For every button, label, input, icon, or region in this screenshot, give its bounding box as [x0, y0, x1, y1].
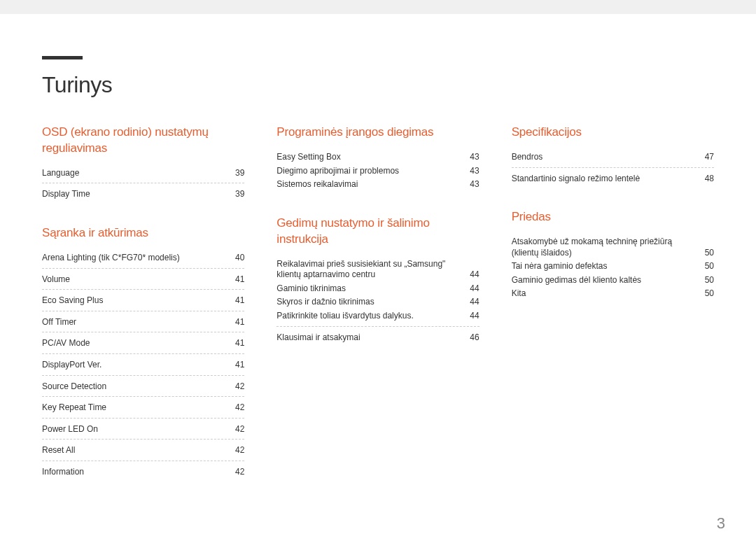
- toc-entry-page: 40: [223, 253, 244, 264]
- toc-entry-page: 43: [458, 179, 479, 190]
- toc-section: Sąranka ir atkūrimasArena Lighting (tik …: [42, 225, 244, 480]
- toc-entry-label: Power LED On: [42, 424, 223, 435]
- toc-section: Programinės įrangos diegimasEasy Setting…: [276, 125, 479, 193]
- toc-entry[interactable]: Information42: [42, 465, 244, 481]
- toc-entry-label: Klausimai ir atsakymai: [276, 332, 458, 344]
- toc-entry[interactable]: Skyros ir dažnio tikrinimas44: [276, 297, 479, 311]
- toc-entry-label: Volume: [42, 274, 223, 286]
- toc-entry-page: 50: [693, 261, 714, 272]
- toc-entry-page: 42: [223, 424, 244, 435]
- toc-section: Gedimų nustatymo ir šalinimo instrukcija…: [276, 216, 479, 346]
- title-accent-bar: [42, 56, 83, 59]
- toc-section-title[interactable]: Priedas: [512, 209, 714, 225]
- toc-entry-page: 43: [458, 166, 479, 177]
- toc-entry-label: Bendros: [512, 152, 693, 163]
- toc-section: PriedasAtsakomybė už mokamą techninę pri…: [512, 209, 714, 302]
- toc-entry-label: Tai nėra gaminio defektas: [512, 261, 693, 272]
- toc-entry-page: 42: [223, 467, 244, 478]
- toc-entry-label: Key Repeat Time: [42, 402, 223, 414]
- toc-entry-page: 41: [223, 274, 244, 286]
- toc-entry[interactable]: Key Repeat Time42: [42, 401, 244, 419]
- toc-entry-page: 43: [458, 152, 479, 163]
- toc-entry-label: Easy Setting Box: [276, 152, 458, 163]
- toc-entry-label: Language: [42, 168, 223, 179]
- toc-entry-label: Atsakomybė už mokamą techninę priežiūrą …: [512, 237, 693, 258]
- toc-section-title[interactable]: Sąranka ir atkūrimas: [42, 225, 244, 241]
- toc-entry-page: 39: [223, 189, 244, 200]
- toc-entry-label: Reikalavimai prieš susisiekiant su „Sams…: [276, 259, 458, 281]
- toc-entry[interactable]: Reikalavimai prieš susisiekiant su „Sams…: [276, 258, 479, 283]
- toc-entry[interactable]: Eco Saving Plus41: [42, 294, 244, 311]
- toc-entry[interactable]: Display Time39: [42, 188, 244, 203]
- toc-entry[interactable]: Off Timer41: [42, 316, 244, 333]
- toc-entry[interactable]: Atsakomybė už mokamą techninę priežiūrą …: [512, 235, 714, 261]
- page-number: 3: [717, 514, 725, 533]
- toc-entry[interactable]: PC/AV Mode41: [42, 337, 244, 354]
- toc-column: SpecifikacijosBendros47Standartinio sign…: [512, 125, 714, 503]
- toc-entry[interactable]: Arena Lighting (tik C*FG70* modelis)40: [42, 251, 244, 269]
- toc-entry-page: 50: [693, 275, 714, 286]
- toc-entry-page: 41: [223, 295, 244, 307]
- toc-columns: OSD (ekrano rodinio) nustatymų reguliavi…: [42, 125, 714, 503]
- toc-entry[interactable]: Kita50: [512, 288, 714, 302]
- toc-entry-label: Arena Lighting (tik C*FG70* modelis): [42, 253, 223, 264]
- toc-entry-label: Kita: [512, 288, 693, 300]
- toc-entry[interactable]: Gaminio tikrinimas44: [276, 283, 479, 297]
- toc-entry-label: Display Time: [42, 189, 223, 200]
- toc-entry[interactable]: Patikrinkite toliau išvardytus dalykus.4…: [276, 311, 479, 327]
- toc-section-title[interactable]: Gedimų nustatymo ir šalinimo instrukcija: [276, 216, 479, 248]
- toc-entry[interactable]: Gaminio gedimas dėl kliento kaltės50: [512, 275, 714, 289]
- toc-entry-label: Sistemos reikalavimai: [276, 179, 458, 190]
- toc-entry[interactable]: Language39: [42, 167, 244, 184]
- toc-entry[interactable]: DisplayPort Ver.41: [42, 358, 244, 376]
- toc-section-title[interactable]: OSD (ekrano rodinio) nustatymų reguliavi…: [42, 125, 244, 157]
- toc-entry-label: Gaminio gedimas dėl kliento kaltės: [512, 275, 693, 286]
- toc-entry[interactable]: Diegimo apribojimai ir problemos43: [276, 166, 479, 180]
- toc-entry-page: 42: [223, 445, 244, 456]
- toc-entry-page: 44: [458, 283, 479, 295]
- toc-entry-page: 50: [693, 288, 714, 300]
- toc-entry-label: PC/AV Mode: [42, 338, 223, 349]
- toc-entry[interactable]: Source Detection42: [42, 380, 244, 398]
- toc-entry[interactable]: Standartinio signalo režimo lentelė48: [512, 172, 714, 188]
- toc-section: OSD (ekrano rodinio) nustatymų reguliavi…: [42, 125, 244, 203]
- toc-entry-page: 42: [223, 381, 244, 393]
- toc-entry-page: 44: [458, 297, 479, 308]
- toc-entry-label: Diegimo apribojimai ir problemos: [276, 166, 458, 177]
- toc-entry[interactable]: Sistemos reikalavimai43: [276, 179, 479, 193]
- toc-entry-page: 47: [693, 152, 714, 163]
- toc-entry-label: Source Detection: [42, 381, 223, 393]
- toc-section-title[interactable]: Programinės įrangos diegimas: [276, 125, 479, 141]
- toc-entry-label: Standartinio signalo režimo lentelė: [512, 174, 693, 185]
- toc-entry-label: Eco Saving Plus: [42, 295, 223, 307]
- toc-entry[interactable]: Volume41: [42, 273, 244, 290]
- toc-entry-page: 46: [458, 332, 479, 344]
- toc-entry[interactable]: Reset All42: [42, 444, 244, 461]
- page-title: Turinys: [42, 72, 714, 98]
- toc-entry-label: Information: [42, 467, 223, 478]
- toc-section: SpecifikacijosBendros47Standartinio sign…: [512, 125, 714, 187]
- toc-entry[interactable]: Easy Setting Box43: [276, 150, 479, 166]
- toc-entry-label: DisplayPort Ver.: [42, 360, 223, 371]
- toc-entry-label: Patikrinkite toliau išvardytus dalykus.: [276, 311, 458, 322]
- toc-entry-page: 50: [693, 248, 714, 259]
- toc-column: OSD (ekrano rodinio) nustatymų reguliavi…: [42, 125, 244, 503]
- toc-entry-page: 41: [223, 317, 244, 328]
- toc-entry-page: 44: [458, 311, 479, 322]
- toc-entry-label: Reset All: [42, 445, 223, 456]
- toc-entry-page: 41: [223, 360, 244, 371]
- toc-entry-page: 42: [223, 402, 244, 414]
- toc-entry[interactable]: Klausimai ir atsakymai46: [276, 331, 479, 346]
- toc-entry-label: Off Timer: [42, 317, 223, 328]
- toc-section-title[interactable]: Specifikacijos: [512, 125, 714, 141]
- toc-entry[interactable]: Tai nėra gaminio defektas50: [512, 261, 714, 275]
- toc-entry-page: 39: [223, 168, 244, 179]
- toc-entry-page: 41: [223, 338, 244, 349]
- page: Turinys OSD (ekrano rodinio) nustatymų r…: [0, 14, 756, 534]
- toc-entry[interactable]: Power LED On42: [42, 423, 244, 440]
- toc-entry[interactable]: Bendros47: [512, 150, 714, 168]
- toc-column: Programinės įrangos diegimasEasy Setting…: [276, 125, 479, 503]
- toc-entry-page: 44: [458, 269, 479, 281]
- toc-entry-label: Gaminio tikrinimas: [276, 283, 458, 295]
- toc-entry-label: Skyros ir dažnio tikrinimas: [276, 297, 458, 308]
